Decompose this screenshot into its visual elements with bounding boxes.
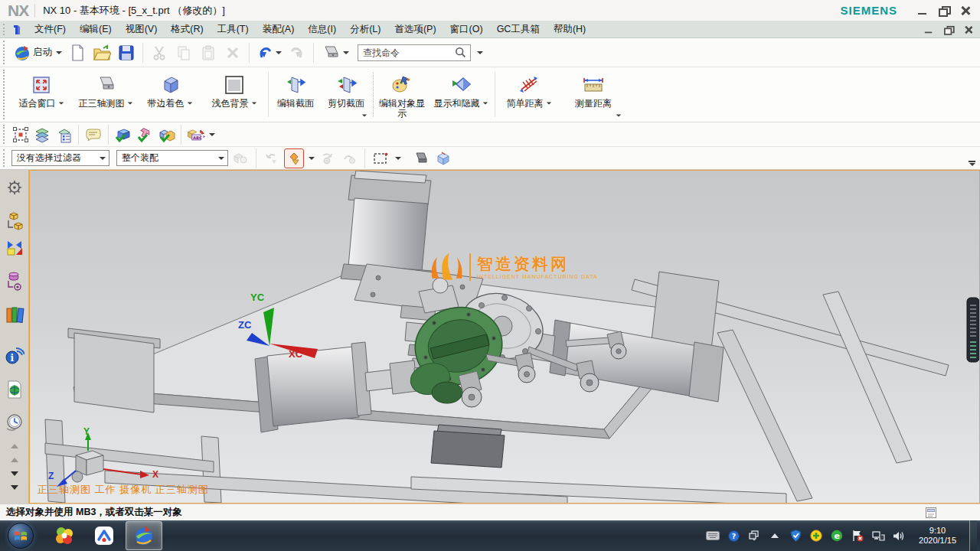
layer-list-button[interactable]	[54, 125, 74, 145]
trimetric-view-button[interactable]: 正三轴测图	[74, 67, 138, 122]
taskbar-app-browser[interactable]	[46, 521, 83, 550]
taskbar-app-nx[interactable]	[126, 521, 162, 550]
validate-block-button[interactable]	[113, 125, 133, 145]
delete-button[interactable]	[221, 41, 244, 64]
annotation-note-button[interactable]	[83, 125, 103, 145]
history-button[interactable]	[3, 412, 26, 435]
undo-button[interactable]	[254, 41, 284, 64]
chevron-down-icon[interactable]	[187, 102, 191, 104]
keyboard-icon[interactable]	[706, 529, 720, 543]
chevron-down-icon[interactable]	[395, 157, 401, 160]
help-icon[interactable]: ?	[727, 529, 740, 543]
toolbar-grip[interactable]	[3, 41, 8, 64]
menu-file[interactable]: 文件(F)	[28, 21, 73, 37]
command-search-input[interactable]	[358, 44, 471, 61]
action-center-flag-icon[interactable]	[851, 529, 864, 543]
paste-button[interactable]	[197, 41, 220, 64]
drag-component-button[interactable]	[339, 148, 359, 168]
chevron-down-icon[interactable]	[127, 102, 132, 104]
web-browser-button[interactable]	[3, 378, 26, 401]
chevron-down-icon[interactable]	[209, 133, 215, 136]
dialog-rail-icon[interactable]	[925, 507, 937, 521]
chevron-down-icon[interactable]	[477, 51, 483, 54]
new-file-button[interactable]	[66, 41, 89, 64]
rectangle-select-button[interactable]	[371, 148, 390, 168]
snap-point-prev-button[interactable]	[262, 148, 282, 168]
constraint-navigator-button[interactable]	[3, 236, 26, 259]
reuse-library-button[interactable]	[3, 303, 26, 326]
start-menu-button[interactable]: 启动	[11, 41, 64, 64]
assembly-navigator-button[interactable]	[3, 210, 26, 233]
menu-edit[interactable]: 编辑(E)	[73, 21, 119, 37]
menu-window[interactable]: 窗口(O)	[443, 21, 490, 37]
menu-preferences[interactable]: 首选项(P)	[387, 21, 443, 37]
snap-handles-button[interactable]	[11, 125, 31, 145]
rotate-point-button[interactable]	[317, 148, 337, 168]
shaded-view-quick-button[interactable]	[411, 148, 431, 168]
resource-expand2-icon[interactable]	[11, 485, 18, 490]
render-style-button[interactable]	[318, 41, 351, 64]
work-view-cube-button[interactable]	[433, 148, 453, 168]
toolbar-overflow-button[interactable]	[969, 161, 975, 166]
edit-section-button[interactable]: 编辑截面	[270, 67, 321, 122]
window-switch-icon[interactable]	[747, 529, 761, 543]
graphics-viewport[interactable]: YC ZC XC Y Z X 正三轴测图 工作 摄像机 正三轴测图 智造资料网 …	[29, 170, 980, 504]
select-within-assembly-button[interactable]	[230, 148, 250, 168]
chevron-down-icon[interactable]	[58, 102, 63, 104]
browser-e-icon[interactable]: e	[830, 529, 844, 543]
menu-information[interactable]: 信息(I)	[301, 21, 343, 37]
toolbar-grip[interactable]	[3, 24, 8, 35]
chevron-down-icon[interactable]	[546, 102, 550, 104]
resource-scroll-up-icon[interactable]	[11, 444, 18, 448]
taskbar-clock[interactable]: 9:10 2020/1/15	[913, 526, 962, 546]
menu-view[interactable]: 视图(V)	[119, 21, 165, 37]
mdi-close-button[interactable]	[964, 25, 973, 33]
light-background-button[interactable]: 浅色背景	[202, 67, 266, 122]
layer-settings-button[interactable]	[32, 125, 52, 145]
validate-assembly-button[interactable]	[156, 125, 176, 145]
antivirus-plus-icon[interactable]	[809, 529, 823, 543]
menu-help[interactable]: 帮助(H)	[547, 21, 593, 37]
chevron-down-icon[interactable]	[616, 114, 621, 116]
chevron-down-icon[interactable]	[482, 102, 487, 104]
show-hidden-icons[interactable]	[768, 529, 782, 543]
menu-tools[interactable]: 工具(T)	[211, 21, 256, 37]
toolbar-grip[interactable]	[3, 149, 8, 167]
wcs-x-label[interactable]: XC	[289, 348, 302, 360]
part-navigator-button[interactable]	[3, 269, 26, 292]
taskbar-app-netdisk[interactable]	[86, 521, 122, 550]
clip-section-button[interactable]: 剪切截面	[321, 67, 371, 122]
validate-tool-button[interactable]	[135, 125, 155, 145]
shaded-with-edges-button[interactable]: 带边着色	[138, 67, 202, 122]
simple-distance-button[interactable]: 简单距离	[497, 67, 561, 122]
mdi-minimize-button[interactable]	[924, 25, 933, 33]
restore-button[interactable]	[939, 6, 949, 15]
close-button[interactable]	[960, 6, 971, 15]
hd3d-tools-button[interactable]: i	[3, 344, 26, 367]
minimize-button[interactable]	[917, 6, 928, 15]
volume-icon[interactable]	[892, 529, 906, 543]
menu-analysis[interactable]: 分析(L)	[343, 21, 387, 37]
measure-distance-button[interactable]: 测量距离	[561, 67, 626, 122]
mdi-restore-button[interactable]	[944, 25, 953, 33]
toolbar-grip[interactable]	[3, 70, 8, 119]
selection-scope-dropdown[interactable]: 整个装配	[116, 150, 228, 166]
snap-point-button[interactable]	[284, 148, 304, 168]
save-button[interactable]	[115, 41, 138, 64]
network-icon[interactable]	[871, 529, 885, 543]
chevron-down-icon[interactable]	[251, 102, 256, 104]
menu-assemblies[interactable]: 装配(A)	[256, 21, 302, 37]
object-name-display-button[interactable]: ABC	[186, 125, 206, 145]
show-hide-button[interactable]: 显示和隐藏	[429, 67, 493, 122]
redo-button[interactable]	[286, 41, 309, 64]
chevron-down-icon[interactable]	[362, 114, 367, 116]
fit-window-button[interactable]: 适合窗口	[9, 67, 74, 122]
wcs-z-label[interactable]: ZC	[238, 319, 251, 331]
cad-model[interactable]	[30, 171, 979, 503]
edit-object-display-button[interactable]: 编辑对象显示	[375, 67, 429, 122]
resource-expand-icon[interactable]	[11, 471, 18, 476]
chevron-down-icon[interactable]	[309, 157, 315, 160]
resource-scroll-up2-icon[interactable]	[11, 458, 18, 462]
start-button[interactable]	[8, 523, 34, 549]
wcs-y-label[interactable]: YC	[250, 292, 264, 303]
